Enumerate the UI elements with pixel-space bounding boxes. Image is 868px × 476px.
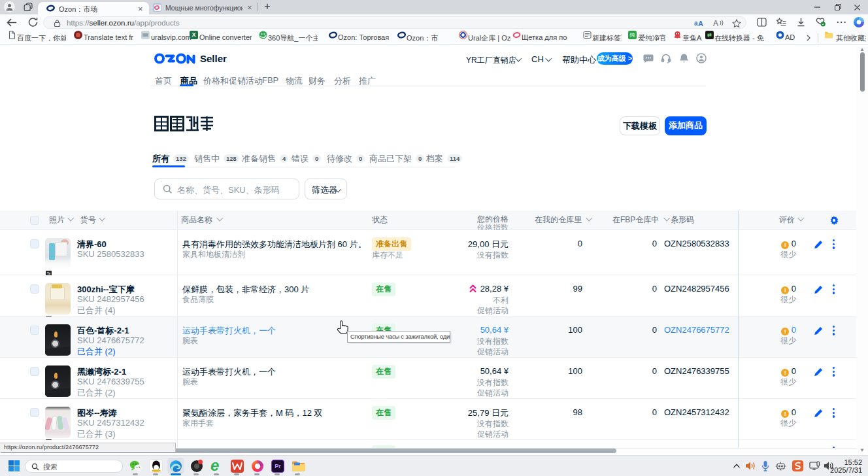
- svg-text:A: A: [698, 20, 703, 27]
- svg-text:A: A: [713, 19, 718, 27]
